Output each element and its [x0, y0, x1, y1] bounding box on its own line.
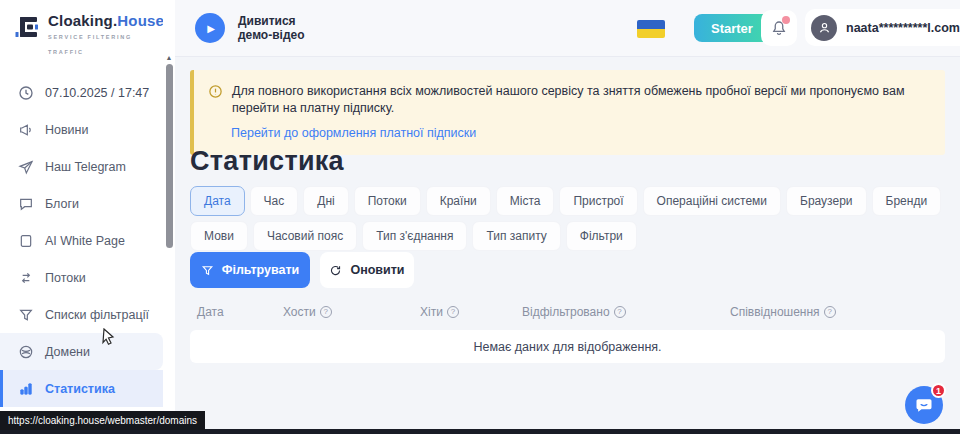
notification-dot [782, 16, 790, 24]
table-header: Дата Хости ? Хіти ? Відфільтровано ? Спі… [190, 305, 945, 319]
sidebar-item-news[interactable]: Новини [0, 111, 163, 148]
sidebar-item-filter-lists[interactable]: Списки фільтрації [0, 296, 163, 333]
stats-tabs: Дата Час Дні Потоки Країни Міста Пристро… [190, 186, 950, 251]
watch-demo-label: Дивитися демо-відео [238, 14, 305, 42]
sidebar-item-ai-white-page[interactable]: AI White Page [0, 222, 163, 259]
sidebar-item-telegram[interactable]: Наш Telegram [0, 148, 163, 185]
sidebar: Cloaking.House SERVICE FILTERING TRAFFIC… [0, 0, 163, 434]
tab-connection-type[interactable]: Тип з'єднання [362, 221, 467, 251]
tab-cities[interactable]: Міста [496, 186, 555, 216]
help-icon[interactable]: ? [824, 306, 836, 318]
sidebar-scrollbar: ▲ ▼ [163, 0, 175, 434]
brand-tagline: SERVICE FILTERING TRAFFIC [48, 30, 164, 60]
tab-countries[interactable]: Країни [426, 186, 491, 216]
chat-bubble-icon [17, 196, 34, 212]
refresh-button[interactable]: Оновити [320, 252, 414, 288]
funnel-icon [17, 307, 34, 323]
avatar [811, 15, 837, 41]
funnel-icon [201, 264, 214, 277]
user-email: naata**********l.com [846, 21, 960, 35]
column-ratio: Співвідношення ? [730, 305, 945, 319]
topbar: ▶ Дивитися демо-відео Starter naata*****… [175, 0, 960, 57]
plan-starter-button[interactable]: Starter [694, 14, 770, 42]
chat-icon [914, 395, 934, 415]
sidebar-item-statistics[interactable]: Статистика [0, 370, 163, 407]
column-hits: Хіти ? [420, 305, 522, 319]
warning-icon [208, 84, 223, 117]
scroll-up-icon[interactable]: ▲ [163, 53, 175, 63]
notifications-button[interactable] [761, 10, 797, 46]
swap-arrows-icon [17, 270, 34, 286]
link-preview-statusbar: https://cloaking.house/webmaster/domains [0, 411, 205, 430]
tab-timezone[interactable]: Часовий пояс [253, 221, 357, 251]
refresh-icon [329, 264, 342, 277]
filter-button[interactable]: Фільтрувати [190, 252, 310, 288]
sidebar-item-flows[interactable]: Потоки [0, 259, 163, 296]
sidebar-nav: 07.10.2025 / 17:47 Новини Наш Telegram Б… [0, 74, 163, 434]
tab-days[interactable]: Дні [303, 186, 348, 216]
watch-demo-button[interactable]: ▶ Дивитися демо-відео [195, 13, 305, 43]
tab-languages[interactable]: Мови [190, 221, 248, 251]
table-actions: Фільтрувати Оновити [190, 252, 414, 288]
trial-warning-banner: Для повного використання всіх можливосте… [190, 70, 945, 155]
clock-icon [17, 85, 34, 101]
paper-plane-icon [17, 159, 34, 175]
chat-widget-button[interactable]: 1 [905, 386, 943, 424]
megaphone-icon [17, 122, 34, 138]
column-date: Дата [197, 305, 283, 319]
sidebar-item-domains[interactable]: Домени [0, 333, 163, 370]
brand-logo-icon [13, 13, 41, 41]
column-filtered: Відфільтровано ? [522, 305, 730, 319]
sidebar-datetime: 07.10.2025 / 17:47 [0, 74, 163, 111]
upgrade-subscription-link[interactable]: Перейти до оформлення платної підписки [231, 126, 476, 140]
column-hosts: Хости ? [283, 305, 420, 319]
tab-request-type[interactable]: Тип запиту [472, 221, 560, 251]
tab-filters[interactable]: Фільтри [566, 221, 637, 251]
tab-time[interactable]: Час [250, 186, 299, 216]
tab-brands[interactable]: Бренди [872, 186, 942, 216]
tab-devices[interactable]: Пристрої [559, 186, 637, 216]
sidebar-item-blogs[interactable]: Блоги [0, 185, 163, 222]
bar-chart-icon [17, 381, 34, 397]
help-icon[interactable]: ? [614, 306, 626, 318]
tab-browsers[interactable]: Браузери [786, 186, 867, 216]
tab-date[interactable]: Дата [190, 186, 245, 216]
tab-operating-systems[interactable]: Операційні системи [643, 186, 781, 216]
help-icon[interactable]: ? [320, 306, 332, 318]
user-menu[interactable]: naata**********l.com [805, 9, 960, 46]
scrollbar-thumb[interactable] [166, 64, 173, 248]
play-icon[interactable]: ▶ [195, 13, 225, 43]
chat-unread-badge: 1 [931, 383, 946, 398]
brand-logo[interactable]: Cloaking.House SERVICE FILTERING TRAFFIC [0, 0, 163, 60]
help-icon[interactable]: ? [447, 306, 459, 318]
globe-icon [17, 344, 34, 360]
table-empty-state: Немає даних для відображення. [190, 330, 945, 363]
tab-flows[interactable]: Потоки [354, 186, 421, 216]
page-title: Статистика [190, 146, 344, 177]
ukraine-flag-icon[interactable] [637, 20, 665, 38]
page-icon [17, 233, 34, 249]
brand-name: Cloaking.House [48, 12, 164, 29]
banner-text: Для повного використання всіх можливосте… [232, 83, 927, 117]
